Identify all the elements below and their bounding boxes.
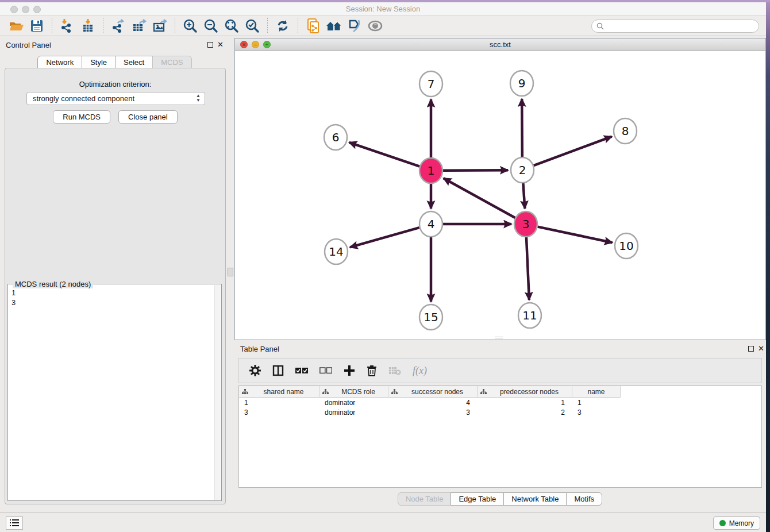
control-panel: Control Panel ✕ NetworkStyleSelectMCDS O… — [0, 38, 230, 512]
tab-motifs[interactable]: Motifs — [566, 492, 602, 506]
zoom-selected-icon — [245, 18, 260, 33]
edge-2-3[interactable] — [523, 183, 525, 209]
node-label: 6 — [332, 130, 340, 144]
edge-2-9[interactable] — [522, 99, 522, 157]
tab-network-table[interactable]: Network Table — [503, 492, 567, 506]
dropdown-stepper-icon: ▲▼ — [196, 94, 201, 103]
tab-edge-table[interactable]: Edge Table — [451, 492, 504, 506]
graph-node-9[interactable]: 9 — [510, 71, 533, 96]
column-manager-button[interactable] — [272, 365, 284, 376]
graph-node-4[interactable]: 4 — [419, 211, 442, 237]
table-cell[interactable]: dominator — [319, 407, 388, 417]
checked-boxes-icon — [295, 367, 308, 374]
edge-1-2[interactable] — [443, 170, 508, 171]
table-cell[interactable]: 3 — [388, 407, 478, 417]
optimization-criterion-select[interactable]: strongly connected component ▲▼ — [26, 92, 205, 105]
panel-splitter-grip[interactable] — [228, 268, 233, 276]
graph-node-10[interactable]: 10 — [615, 233, 638, 259]
graph-node-14[interactable]: 14 — [325, 239, 348, 264]
edge-3-10[interactable] — [538, 227, 613, 243]
column-header-shared-name[interactable]: shared name — [239, 386, 319, 398]
tab-mcds[interactable]: MCDS — [152, 56, 191, 69]
zoom-fit-button[interactable] — [223, 17, 240, 34]
table-panel-header: Table Panel ✕ — [234, 342, 766, 357]
close-panel-icon[interactable]: ✕ — [217, 40, 224, 49]
tab-style[interactable]: Style — [82, 56, 116, 69]
column-header-MCDS-role[interactable]: MCDS role — [319, 386, 388, 398]
edge-1-6[interactable] — [349, 142, 420, 167]
network-window-titlebar[interactable]: ✕ − + scc.txt — [235, 38, 765, 51]
tab-select[interactable]: Select — [115, 56, 153, 69]
tab-node-table[interactable]: Node Table — [398, 492, 452, 506]
zoom-in-button[interactable] — [182, 17, 199, 34]
graph-node-7[interactable]: 7 — [419, 71, 442, 97]
duplicate-network-button[interactable] — [305, 17, 322, 34]
function-builder-button-disabled: f(x) — [413, 365, 427, 377]
export-image-button[interactable] — [151, 17, 168, 34]
table-cell[interactable]: 2 — [478, 407, 572, 417]
graph-node-8[interactable]: 8 — [614, 118, 637, 144]
table-cell[interactable]: dominator — [319, 398, 388, 407]
memory-button[interactable]: Memory — [713, 516, 760, 530]
save-session-button[interactable] — [28, 17, 45, 34]
first-neighbors-button[interactable] — [325, 17, 342, 34]
column-type-icon — [242, 389, 248, 395]
graph-node-3[interactable]: 3 — [514, 211, 537, 237]
edge-layer — [349, 99, 613, 302]
import-table-button[interactable] — [79, 17, 97, 34]
graph-node-15[interactable]: 15 — [419, 304, 442, 330]
add-column-button[interactable] — [344, 365, 355, 376]
edge-2-8[interactable] — [534, 137, 612, 166]
graph-node-2[interactable]: 2 — [511, 157, 534, 183]
delete-table-icon — [388, 366, 401, 375]
delete-column-button[interactable] — [367, 365, 377, 377]
hide-all-columns-button[interactable] — [319, 367, 332, 374]
tab-network[interactable]: Network — [37, 56, 82, 69]
graph-node-11[interactable]: 11 — [518, 303, 541, 328]
mcds-result-text[interactable]: 1 3 — [11, 288, 16, 307]
hide-graphics-details-button[interactable] — [346, 17, 363, 34]
edge-3-1[interactable] — [444, 178, 515, 218]
search-input[interactable] — [591, 20, 759, 33]
column-header-predecessor-nodes[interactable]: predecessor nodes — [478, 386, 572, 398]
task-history-button[interactable] — [6, 516, 23, 530]
network-resize-grip[interactable] — [495, 337, 503, 339]
table-row[interactable]: 3dominator323 — [239, 407, 761, 417]
table-cell[interactable]: 3 — [572, 407, 621, 417]
network-canvas[interactable]: 7968124314101511 — [235, 51, 765, 340]
column-header-name[interactable]: name — [572, 386, 621, 398]
zoom-out-button[interactable] — [202, 17, 220, 34]
table-cell[interactable]: 3 — [239, 407, 319, 417]
export-network-button[interactable] — [110, 17, 127, 34]
close-panel-button[interactable]: Close panel — [118, 110, 178, 124]
edge-3-11[interactable] — [526, 237, 529, 300]
run-mcds-button[interactable]: Run MCDS — [53, 110, 110, 124]
graph-node-1[interactable]: 1 — [419, 158, 442, 183]
table-row[interactable]: 1dominator411 — [239, 398, 761, 407]
table-settings-button[interactable] — [249, 365, 261, 376]
show-hide-view-button[interactable] — [367, 17, 384, 34]
zoom-selected-button[interactable] — [244, 17, 261, 34]
close-table-panel-icon[interactable]: ✕ — [758, 344, 764, 353]
export-network-icon — [111, 18, 126, 33]
table-cell[interactable]: 1 — [239, 398, 319, 407]
float-table-panel-icon[interactable] — [748, 346, 754, 352]
edge-4-14[interactable] — [350, 228, 419, 247]
open-session-button[interactable] — [7, 17, 25, 34]
refresh-button[interactable] — [274, 17, 291, 34]
table-cell[interactable]: 4 — [388, 398, 478, 407]
columns-icon — [272, 365, 284, 376]
result-scrollbar[interactable] — [214, 285, 221, 500]
graph-node-6[interactable]: 6 — [324, 125, 347, 150]
table-cell[interactable]: 1 — [572, 398, 621, 407]
column-header-successor-nodes[interactable]: successor nodes — [388, 386, 478, 398]
node-label: 15 — [424, 310, 438, 324]
import-network-button[interactable] — [59, 17, 76, 34]
zoom-in-icon — [183, 18, 198, 33]
show-all-columns-button[interactable] — [295, 367, 308, 374]
export-table-button[interactable] — [130, 17, 148, 34]
table-cell[interactable]: 1 — [478, 398, 572, 407]
network-view-window: ✕ − + scc.txt 7968124314101511 — [234, 38, 766, 340]
float-panel-icon[interactable] — [207, 42, 213, 48]
import-network-icon — [60, 18, 75, 33]
